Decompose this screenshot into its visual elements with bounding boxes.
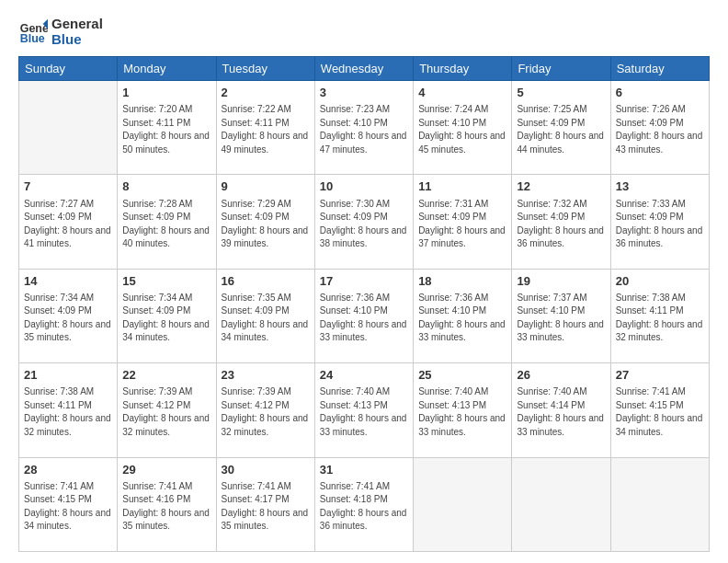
day-number: 6 — [616, 85, 704, 101]
week-row-3: 21Sunrise: 7:38 AMSunset: 4:11 PMDayligh… — [19, 363, 710, 457]
col-header-monday: Monday — [118, 57, 216, 81]
calendar-table: SundayMondayTuesdayWednesdayThursdayFrid… — [18, 56, 710, 552]
day-info: Sunrise: 7:32 AMSunset: 4:09 PMDaylight:… — [517, 198, 605, 251]
logo-general: General — [51, 17, 103, 32]
day-info: Sunrise: 7:41 AMSunset: 4:17 PMDaylight:… — [222, 480, 310, 534]
day-info: Sunrise: 7:41 AMSunset: 4:15 PMDaylight:… — [616, 385, 704, 439]
day-info: Sunrise: 7:23 AMSunset: 4:10 PMDaylight:… — [320, 103, 408, 156]
day-cell: 6Sunrise: 7:26 AMSunset: 4:09 PMDaylight… — [610, 81, 709, 175]
day-info: Sunrise: 7:27 AMSunset: 4:09 PMDaylight:… — [24, 198, 112, 251]
day-number: 31 — [320, 462, 408, 478]
day-number: 21 — [24, 367, 112, 384]
day-cell: 16Sunrise: 7:35 AMSunset: 4:09 PMDayligh… — [216, 269, 314, 362]
day-info: Sunrise: 7:37 AMSunset: 4:10 PMDaylight:… — [517, 292, 605, 345]
day-number: 25 — [418, 367, 506, 384]
day-number: 12 — [517, 178, 605, 195]
day-info: Sunrise: 7:41 AMSunset: 4:15 PMDaylight:… — [24, 480, 112, 534]
day-cell — [414, 457, 512, 551]
day-info: Sunrise: 7:29 AMSunset: 4:09 PMDaylight:… — [222, 198, 310, 251]
day-info: Sunrise: 7:28 AMSunset: 4:09 PMDaylight:… — [122, 198, 210, 251]
day-number: 18 — [418, 273, 506, 290]
day-cell: 24Sunrise: 7:40 AMSunset: 4:13 PMDayligh… — [314, 363, 413, 457]
day-cell — [610, 457, 709, 551]
week-row-1: 7Sunrise: 7:27 AMSunset: 4:09 PMDaylight… — [19, 175, 710, 269]
day-cell: 18Sunrise: 7:36 AMSunset: 4:10 PMDayligh… — [414, 269, 512, 362]
day-info: Sunrise: 7:41 AMSunset: 4:16 PMDaylight:… — [122, 480, 210, 534]
day-cell: 19Sunrise: 7:37 AMSunset: 4:10 PMDayligh… — [512, 269, 610, 362]
day-number: 1 — [122, 85, 210, 101]
day-cell: 9Sunrise: 7:29 AMSunset: 4:09 PMDaylight… — [216, 175, 314, 269]
day-info: Sunrise: 7:24 AMSunset: 4:10 PMDaylight:… — [418, 103, 506, 156]
day-number: 14 — [24, 273, 112, 290]
day-cell: 26Sunrise: 7:40 AMSunset: 4:14 PMDayligh… — [512, 363, 610, 457]
col-header-wednesday: Wednesday — [314, 57, 413, 81]
day-cell: 1Sunrise: 7:20 AMSunset: 4:11 PMDaylight… — [118, 81, 216, 175]
day-number: 23 — [222, 367, 310, 384]
day-number: 17 — [320, 273, 408, 290]
day-number: 10 — [320, 178, 408, 195]
day-info: Sunrise: 7:36 AMSunset: 4:10 PMDaylight:… — [418, 292, 506, 345]
day-cell: 10Sunrise: 7:30 AMSunset: 4:09 PMDayligh… — [314, 175, 413, 269]
day-info: Sunrise: 7:40 AMSunset: 4:14 PMDaylight:… — [517, 385, 605, 439]
day-info: Sunrise: 7:20 AMSunset: 4:11 PMDaylight:… — [122, 103, 210, 156]
day-number: 24 — [320, 367, 408, 384]
week-row-2: 14Sunrise: 7:34 AMSunset: 4:09 PMDayligh… — [19, 269, 710, 362]
day-cell: 14Sunrise: 7:34 AMSunset: 4:09 PMDayligh… — [19, 269, 118, 362]
day-cell: 17Sunrise: 7:36 AMSunset: 4:10 PMDayligh… — [314, 269, 413, 362]
calendar-page: General Blue General Blue SundayMondayTu… — [0, 0, 728, 563]
day-number: 28 — [24, 462, 112, 478]
day-cell — [512, 457, 610, 551]
day-number: 19 — [517, 273, 605, 290]
day-info: Sunrise: 7:38 AMSunset: 4:11 PMDaylight:… — [24, 385, 112, 439]
col-header-sunday: Sunday — [19, 57, 118, 81]
day-cell: 30Sunrise: 7:41 AMSunset: 4:17 PMDayligh… — [216, 457, 314, 551]
day-info: Sunrise: 7:33 AMSunset: 4:09 PMDaylight:… — [616, 198, 704, 251]
col-header-tuesday: Tuesday — [216, 57, 314, 81]
day-cell: 29Sunrise: 7:41 AMSunset: 4:16 PMDayligh… — [118, 457, 216, 551]
day-cell: 21Sunrise: 7:38 AMSunset: 4:11 PMDayligh… — [19, 363, 118, 457]
day-number: 3 — [320, 85, 408, 101]
svg-text:Blue: Blue — [20, 31, 45, 44]
day-info: Sunrise: 7:39 AMSunset: 4:12 PMDaylight:… — [122, 385, 210, 439]
day-cell: 25Sunrise: 7:40 AMSunset: 4:13 PMDayligh… — [414, 363, 512, 457]
day-cell: 13Sunrise: 7:33 AMSunset: 4:09 PMDayligh… — [610, 175, 709, 269]
day-number: 11 — [418, 178, 506, 195]
day-info: Sunrise: 7:35 AMSunset: 4:09 PMDaylight:… — [222, 292, 310, 345]
day-cell: 4Sunrise: 7:24 AMSunset: 4:10 PMDaylight… — [414, 81, 512, 175]
day-info: Sunrise: 7:26 AMSunset: 4:09 PMDaylight:… — [616, 103, 704, 156]
day-number: 29 — [122, 462, 210, 478]
day-cell: 12Sunrise: 7:32 AMSunset: 4:09 PMDayligh… — [512, 175, 610, 269]
day-cell: 8Sunrise: 7:28 AMSunset: 4:09 PMDaylight… — [118, 175, 216, 269]
day-cell: 23Sunrise: 7:39 AMSunset: 4:12 PMDayligh… — [216, 363, 314, 457]
day-cell: 20Sunrise: 7:38 AMSunset: 4:11 PMDayligh… — [610, 269, 709, 362]
day-cell: 11Sunrise: 7:31 AMSunset: 4:09 PMDayligh… — [414, 175, 512, 269]
day-info: Sunrise: 7:34 AMSunset: 4:09 PMDaylight:… — [24, 292, 112, 345]
day-info: Sunrise: 7:30 AMSunset: 4:09 PMDaylight:… — [320, 198, 408, 251]
day-number: 15 — [122, 273, 210, 290]
day-info: Sunrise: 7:38 AMSunset: 4:11 PMDaylight:… — [616, 292, 704, 345]
day-number: 2 — [222, 85, 310, 101]
day-cell: 28Sunrise: 7:41 AMSunset: 4:15 PMDayligh… — [19, 457, 118, 551]
day-number: 26 — [517, 367, 605, 384]
day-number: 20 — [616, 273, 704, 290]
day-number: 8 — [122, 178, 210, 195]
col-header-thursday: Thursday — [414, 57, 512, 81]
day-number: 13 — [616, 178, 704, 195]
day-cell: 31Sunrise: 7:41 AMSunset: 4:18 PMDayligh… — [314, 457, 413, 551]
day-cell: 2Sunrise: 7:22 AMSunset: 4:11 PMDaylight… — [216, 81, 314, 175]
logo-blue: Blue — [51, 32, 103, 48]
day-number: 16 — [222, 273, 310, 290]
day-info: Sunrise: 7:40 AMSunset: 4:13 PMDaylight:… — [418, 385, 506, 439]
day-info: Sunrise: 7:41 AMSunset: 4:18 PMDaylight:… — [320, 480, 408, 534]
day-info: Sunrise: 7:40 AMSunset: 4:13 PMDaylight:… — [320, 385, 408, 439]
day-info: Sunrise: 7:39 AMSunset: 4:12 PMDaylight:… — [222, 385, 310, 439]
day-number: 9 — [222, 178, 310, 195]
day-info: Sunrise: 7:34 AMSunset: 4:09 PMDaylight:… — [122, 292, 210, 345]
day-info: Sunrise: 7:25 AMSunset: 4:09 PMDaylight:… — [517, 103, 605, 156]
day-cell: 7Sunrise: 7:27 AMSunset: 4:09 PMDaylight… — [19, 175, 118, 269]
day-info: Sunrise: 7:22 AMSunset: 4:11 PMDaylight:… — [222, 103, 310, 156]
logo: General Blue General Blue — [18, 17, 103, 47]
col-header-friday: Friday — [512, 57, 610, 81]
day-cell: 15Sunrise: 7:34 AMSunset: 4:09 PMDayligh… — [118, 269, 216, 362]
day-number: 7 — [24, 178, 112, 195]
